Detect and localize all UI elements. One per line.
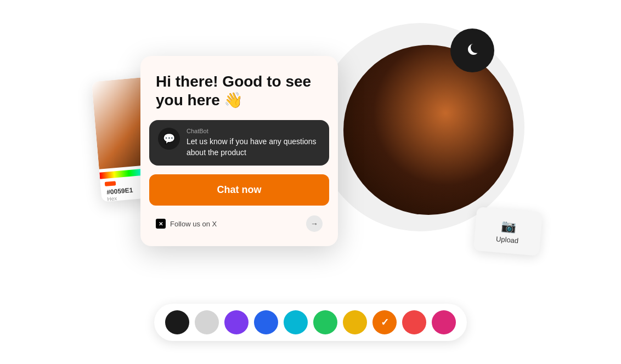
color-swatch-red[interactable] [402,310,426,334]
color-palette-bar [154,304,467,341]
color-swatch-purple[interactable] [224,310,249,334]
follow-x-link[interactable]: ✕ Follow us on X [156,219,217,229]
camera-icon: 📷 [500,218,516,234]
dark-mode-button[interactable] [450,29,494,72]
chatbot-icon: 💬 [163,133,175,145]
upload-card[interactable]: 📷 Upload [473,207,543,256]
chat-message-text: Let us know if you have any questions ab… [187,136,320,158]
chat-bubble: 💬 ChatBot Let us know if you have any qu… [149,120,329,166]
chat-widget-card: Hi there! Good to see you here 👋 💬 ChatB… [140,56,338,246]
chat-header: Hi there! Good to see you here 👋 [140,56,338,120]
color-swatch-light-gray[interactable] [195,310,219,334]
chat-footer: ✕ Follow us on X → [149,210,329,237]
color-swatch-black[interactable] [165,310,189,334]
chatbot-avatar: 💬 [158,128,180,150]
upload-label: Upload [496,235,519,245]
chat-now-button[interactable]: Chat now [149,174,329,206]
chat-greeting: Hi there! Good to see you here 👋 [156,72,323,109]
color-swatch-cyan[interactable] [284,310,308,334]
color-swatch-yellow[interactable] [343,310,367,334]
chat-sender-name: ChatBot [187,128,320,134]
main-scene: #0059E1 Hex 📷 Upload Hi there! Good to s… [64,12,557,352]
color-swatch-green[interactable] [313,310,337,334]
chat-message-content: ChatBot Let us know if you have any ques… [187,128,320,158]
x-brand-icon: ✕ [156,219,166,229]
follow-arrow-button[interactable]: → [306,215,323,232]
color-swatch-blue[interactable] [254,310,278,334]
moon-icon [461,39,483,61]
color-swatch-pink[interactable] [432,310,456,334]
gradient-decoration [343,45,513,215]
color-swatch-orange[interactable] [372,310,397,334]
follow-x-text: Follow us on X [170,220,217,228]
